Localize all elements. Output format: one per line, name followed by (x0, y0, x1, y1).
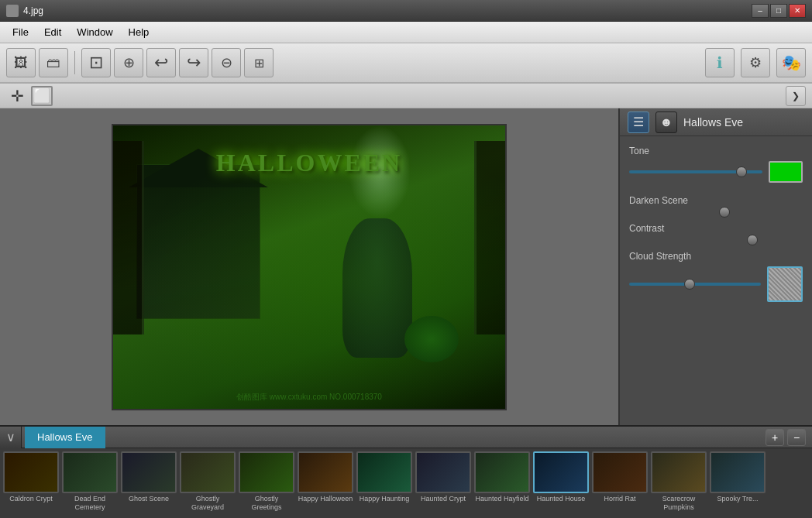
thumb-haunted-house[interactable]: Haunted House (533, 451, 589, 503)
darken-label: Darken Scene (629, 195, 803, 206)
thumb-label-dead-end-cemetery: Dead End Cemetery (62, 495, 118, 512)
thumb-caldron-crypt[interactable]: Caldron Crypt (3, 451, 59, 503)
thumb-label-ghostly-greetings: Ghostly Greetings (239, 495, 294, 512)
thumb-ghost-scene[interactable]: Ghost Scene (121, 451, 177, 503)
tone-slider[interactable] (629, 170, 762, 173)
canvas-image: HALLOWEEN 创酷图库 www.cxtuku.com NO.0007183… (112, 124, 507, 410)
effects-button[interactable]: 🎭 (776, 48, 806, 77)
thumb-haunted-crypt[interactable]: Haunted Crypt (415, 451, 471, 503)
app-icon (6, 5, 19, 17)
menubar: File Edit Window Help (0, 22, 812, 43)
halloween-title: HALLOWEEN (216, 149, 402, 177)
thumb-img-haunted-hayfield (474, 451, 530, 493)
thumb-label-happy-halloween: Happy Halloween (298, 495, 353, 503)
darken-control: Darken Scene (629, 195, 803, 211)
panel-list-button[interactable]: ☰ (628, 111, 649, 133)
move-tool-button[interactable]: ✛ (6, 86, 28, 106)
main-content-area: HALLOWEEN 创酷图库 www.cxtuku.com NO.0007183… (0, 108, 812, 425)
thumb-label-haunted-crypt: Haunted Crypt (415, 495, 471, 503)
thumb-dead-end-cemetery[interactable]: Dead End Cemetery (62, 451, 118, 512)
thumb-label-spooky-tree: Spooky Tre... (710, 495, 766, 503)
thumb-img-ghost-scene (121, 451, 177, 493)
thumb-scarecrow-pumpkins[interactable]: Scarecrow Pumpkins (651, 451, 707, 512)
thumb-label-happy-haunting: Happy Haunting (356, 495, 412, 503)
thumb-ghostly-greetings[interactable]: Ghostly Greetings (239, 451, 294, 512)
thumb-img-horrid-rat (592, 451, 648, 493)
info-button[interactable]: ℹ (705, 48, 735, 77)
thumb-haunted-hayfield[interactable]: Haunted Hayfield (474, 451, 530, 503)
rotate-right-button[interactable]: ↪ (179, 48, 208, 77)
remove-preset-button[interactable]: − (787, 429, 806, 446)
thumb-horrid-rat[interactable]: Horrid Rat (592, 451, 648, 503)
thumb-img-scarecrow-pumpkins (651, 451, 707, 493)
right-panel: ☰ ☻ Hallows Eve Tone Darken Scene (618, 108, 812, 425)
menu-help[interactable]: Help (121, 23, 157, 41)
cloud-label: Cloud Strength (629, 251, 803, 262)
panel-header: ☰ ☻ Hallows Eve (620, 108, 812, 136)
thumb-img-spooky-tree (710, 451, 766, 493)
canvas-watermark: 创酷图库 www.cxtuku.com NO.000718370 (236, 392, 382, 403)
maximize-button[interactable]: □ (770, 4, 787, 18)
contrast-control: Contrast (629, 223, 803, 238)
thumb-img-happy-haunting (356, 451, 412, 493)
menu-file[interactable]: File (5, 23, 36, 41)
select-tool-button[interactable]: ⬜ (31, 86, 53, 106)
thumb-img-haunted-crypt (415, 451, 471, 493)
thumb-label-ghostly-graveyard: Ghostly Graveyard (180, 495, 236, 512)
menu-edit[interactable]: Edit (36, 23, 69, 41)
fit-button[interactable]: ⊞ (244, 48, 274, 77)
thumb-label-ghost-scene: Ghost Scene (121, 495, 177, 503)
panel-title: Hallows Eve (683, 116, 804, 129)
panel-face-button[interactable]: ☻ (655, 111, 677, 133)
contrast-label: Contrast (629, 223, 803, 234)
crop-tool-button[interactable]: ⊡ (81, 48, 111, 77)
canvas-area: HALLOWEEN 创酷图库 www.cxtuku.com NO.0007183… (0, 108, 618, 425)
strip-header: ∨ Hallows Eve + − (0, 427, 812, 448)
titlebar: 4.jpg – □ ✕ (0, 0, 812, 22)
settings-button[interactable]: ⚙ (741, 48, 770, 77)
thumb-happy-halloween[interactable]: Happy Halloween (298, 451, 353, 503)
thumb-ghostly-graveyard[interactable]: Ghostly Graveyard (180, 451, 236, 512)
toolbar-separator-1 (74, 51, 75, 74)
main-toolbar: 🖼 🗃 ⊡ ⊕ ↩ ↪ ⊖ ⊞ ℹ ⚙ 🎭 (0, 43, 812, 84)
tone-row (629, 161, 803, 183)
bottom-strip: ∨ Hallows Eve + − Caldron Crypt Dead End… (0, 425, 812, 518)
panel-controls: Tone Darken Scene Contrast (620, 136, 812, 311)
cloud-control: Cloud Strength (629, 251, 803, 302)
cloud-slider[interactable] (629, 283, 761, 286)
scan-tool-button[interactable]: 🗃 (39, 48, 68, 77)
secondary-toolbar: ✛ ⬜ ❯ (0, 84, 812, 108)
thumb-img-happy-halloween (298, 451, 353, 493)
thumb-happy-haunting[interactable]: Happy Haunting (356, 451, 412, 503)
thumbnail-strip: Caldron Crypt Dead End Cemetery Ghost Sc… (0, 448, 812, 518)
thumb-img-ghostly-greetings (239, 451, 294, 493)
zoom-in-button[interactable]: ⊕ (114, 48, 143, 77)
strip-actions: + − (766, 429, 812, 446)
cloud-row (629, 266, 803, 302)
rotate-left-button[interactable]: ↩ (146, 48, 176, 77)
thumb-img-caldron-crypt (3, 451, 59, 493)
cloud-texture-swatch[interactable] (767, 266, 803, 302)
thumb-label-haunted-house: Haunted House (533, 495, 589, 503)
zoom-out-button[interactable]: ⊖ (212, 48, 241, 77)
minimize-button[interactable]: – (752, 4, 769, 18)
strip-toggle-button[interactable]: ∨ (0, 427, 22, 448)
tone-control: Tone (629, 146, 803, 183)
thumb-label-caldron-crypt: Caldron Crypt (3, 495, 59, 503)
photo-tool-button[interactable]: 🖼 (6, 48, 36, 77)
expand-toolbar-button[interactable]: ❯ (786, 86, 806, 106)
strip-active-tab[interactable]: Hallows Eve (25, 427, 105, 448)
thumb-label-scarecrow-pumpkins: Scarecrow Pumpkins (651, 495, 707, 512)
close-button[interactable]: ✕ (789, 4, 806, 18)
thumb-label-haunted-hayfield: Haunted Hayfield (474, 495, 530, 503)
thumb-img-haunted-house (533, 451, 589, 493)
window-controls: – □ ✕ (752, 4, 806, 18)
thumb-label-horrid-rat: Horrid Rat (592, 495, 648, 503)
menu-window[interactable]: Window (69, 23, 120, 41)
tone-color-swatch[interactable] (769, 161, 803, 183)
thumb-img-dead-end-cemetery (62, 451, 118, 493)
window-title: 4.jpg (23, 5, 752, 16)
tone-label: Tone (629, 146, 803, 156)
thumb-spooky-tree[interactable]: Spooky Tre... (710, 451, 766, 503)
add-preset-button[interactable]: + (766, 429, 784, 446)
